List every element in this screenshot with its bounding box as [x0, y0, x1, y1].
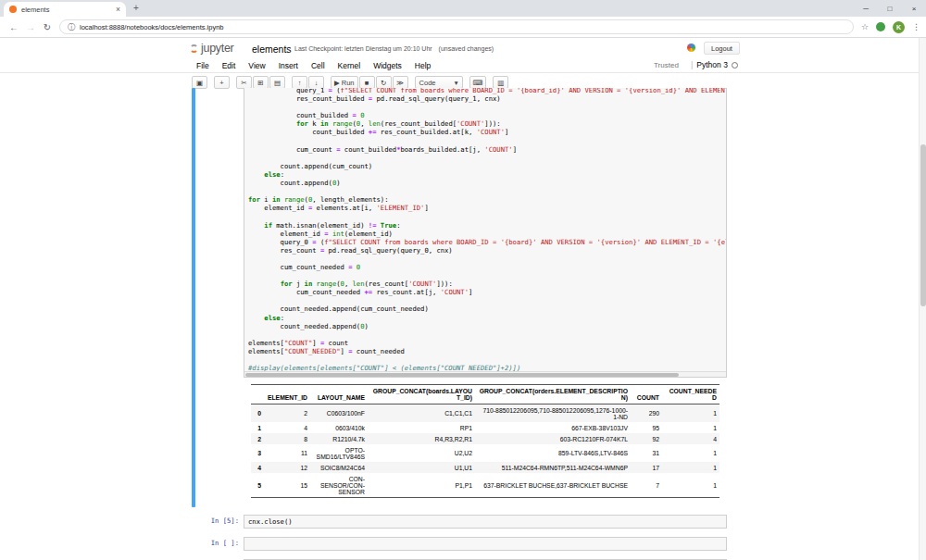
menu-bar: File Edit View Insert Cell Kernel Widget… [0, 58, 926, 73]
tab-close-icon[interactable]: × [116, 6, 120, 14]
df-cell: 0603/410k [310, 422, 368, 433]
tab-title: elements [21, 6, 116, 14]
df-row-index: 3 [251, 444, 264, 462]
jupyter-header: jupyter elements Last Checkpoint: letzte… [0, 40, 926, 58]
move-cell-down-button[interactable]: ↓ [308, 76, 324, 89]
kernel-indicator: | Python 3 [691, 60, 738, 69]
code-cell[interactable]: In [5]: cnx.close() [192, 515, 727, 529]
cell-type-value: Code [419, 79, 436, 87]
kernel-idle-icon [732, 62, 738, 68]
checkpoint-text: Last Checkpoint: letzten Dienstag um 20:… [294, 45, 432, 52]
df-column-header [251, 385, 264, 404]
df-column-header: GROUP_CONCAT(boards.LAYOUT_ID) [368, 385, 475, 404]
df-cell: 15 [264, 473, 310, 498]
menu-edit[interactable]: Edit [216, 61, 243, 70]
df-cell: 92 [631, 433, 662, 444]
save-button[interactable]: ▣ [192, 76, 207, 89]
jupyter-logo-text: jupyter [201, 42, 233, 55]
reload-icon[interactable]: ↻ [39, 22, 56, 32]
horizontal-scrollbar-thumb[interactable] [245, 373, 679, 377]
selected-cell-indicator [192, 88, 195, 507]
bookmark-icon[interactable]: ☆ [861, 22, 869, 31]
restart-run-all-button[interactable]: ≫ [393, 76, 408, 89]
page-scrollbar[interactable] [919, 38, 926, 560]
menu-cell[interactable]: Cell [305, 61, 332, 70]
browser-tab[interactable]: elements × [4, 2, 126, 17]
interrupt-kernel-button[interactable]: ■ [359, 76, 375, 89]
df-cell: SOIC8/M24C64 [310, 462, 368, 473]
cell-type-dropdown[interactable]: Code ▾ [415, 76, 463, 89]
df-cell: U2,U2 [368, 444, 475, 462]
add-cell-button[interactable]: + [214, 76, 230, 89]
move-cell-up-button[interactable]: ↑ [292, 76, 307, 89]
df-row: 02C0603/100nFC1,C1,C1710-885012206095,71… [251, 404, 720, 423]
jupyter-logo[interactable]: jupyter [190, 42, 233, 55]
forward-icon[interactable]: → [22, 22, 39, 32]
page-scrollbar-thumb[interactable] [920, 144, 926, 306]
code-editor-small[interactable] [244, 537, 727, 551]
window-controls: ─ □ × [854, 0, 926, 17]
maximize-button[interactable]: □ [878, 0, 902, 17]
run-button[interactable]: ▶ Run [331, 76, 358, 89]
df-cell: 8 [264, 433, 310, 444]
code-cell-selected[interactable]: query_1 = (f"SELECT COUNT from boards wh… [192, 88, 727, 507]
command-palette-button[interactable]: ⌨ [469, 76, 487, 89]
copy-cell-button[interactable]: ⊞ [253, 76, 269, 89]
df-cell: 11 [264, 444, 310, 462]
df-row: 140603/410kRP1667-EXB-38V103JV951 [251, 422, 720, 433]
chevron-down-icon: ▾ [455, 79, 458, 87]
df-column-header: GROUP_CONCAT(orders.ELEMENT_DESCRIPTION) [475, 385, 631, 404]
code-editor[interactable]: query_1 = (f"SELECT COUNT from boards wh… [244, 88, 727, 378]
new-tab-button[interactable]: + [133, 3, 139, 13]
df-row-index: 1 [251, 422, 264, 433]
extension-icon[interactable] [876, 22, 885, 31]
df-cell: 95 [631, 422, 662, 433]
df-cell: U1,U1 [368, 462, 475, 473]
menu-kernel[interactable]: Kernel [332, 61, 368, 70]
run-icon: ▶ [334, 79, 340, 87]
df-cell: 511-M24C64-RMN6TP,511-M24C64-WMN6P [475, 462, 631, 473]
df-cell: 12 [264, 462, 310, 473]
notebook-title[interactable]: elements [252, 44, 292, 55]
site-info-icon[interactable]: ⓘ [68, 22, 75, 32]
url-text: localhost:8888/notebooks/docs/elements.i… [80, 23, 224, 31]
profile-avatar[interactable]: K [893, 21, 905, 33]
menu-widgets[interactable]: Widgets [367, 61, 408, 70]
horizontal-scrollbar[interactable] [244, 371, 726, 377]
df-cell: 1 [662, 404, 720, 423]
df-row: 311OPTO-SMD16/LTV846SU2,U2859-LTV-846S,L… [251, 444, 720, 462]
df-cell: OPTO-SMD16/LTV846S [310, 444, 368, 462]
address-input[interactable]: ⓘ localhost:8888/notebooks/docs/elements… [59, 19, 854, 34]
menu-insert[interactable]: Insert [272, 61, 305, 70]
code-editor-small[interactable]: cnx.close() [244, 515, 727, 529]
back-icon[interactable]: ← [6, 22, 22, 32]
browser-menu-icon[interactable]: ⋮ [912, 22, 920, 31]
df-column-header: ELEMENT_ID [264, 385, 310, 404]
menu-view[interactable]: View [242, 61, 271, 70]
df-row-index: 0 [251, 404, 264, 423]
colorful-extension-icon[interactable] [687, 44, 695, 52]
minimize-button[interactable]: ─ [854, 0, 878, 17]
df-row-index: 2 [251, 433, 264, 444]
close-window-button[interactable]: × [902, 0, 926, 17]
df-row-index: 5 [251, 473, 264, 498]
code-cell-empty[interactable]: In [ ]: [192, 537, 727, 551]
df-row: 28R1210/4.7kR4,R3,R2,R1603-RC1210FR-074K… [251, 433, 720, 444]
df-cell: 667-EXB-38V103JV [475, 422, 631, 433]
logout-button[interactable]: Logout [704, 42, 740, 55]
df-cell: 17 [631, 462, 662, 473]
input-prompt: In [5]: [192, 515, 244, 529]
cut-cell-button[interactable]: ✂ [236, 76, 252, 89]
chart-extension-button[interactable]: ▥ [493, 76, 508, 89]
df-cell: 4 [264, 422, 310, 433]
paste-cell-button[interactable]: ▤ [269, 76, 285, 89]
restart-kernel-button[interactable]: ↻ [376, 76, 392, 89]
menu-help[interactable]: Help [408, 61, 437, 70]
df-cell: RP1 [368, 422, 475, 433]
menu-items: File Edit View Insert Cell Kernel Widget… [190, 58, 437, 73]
menu-file[interactable]: File [190, 61, 216, 70]
code-content: query_1 = (f"SELECT COUNT from boards wh… [244, 88, 726, 378]
browser-addressbar: ← → ↻ ⓘ localhost:8888/notebooks/docs/el… [0, 17, 926, 38]
jupyter-favicon-icon [9, 6, 17, 13]
output-dataframe: ELEMENT_IDLAYOUT_NAMEGROUP_CONCAT(boards… [251, 384, 720, 498]
